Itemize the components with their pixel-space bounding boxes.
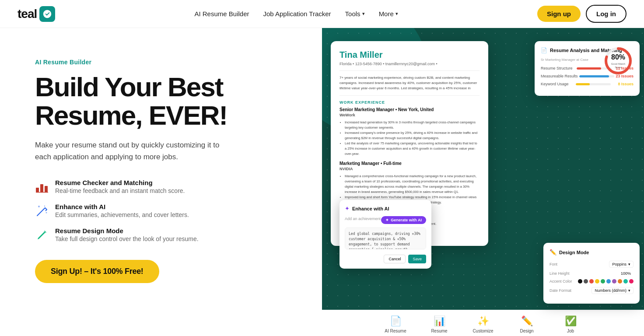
svg-rect-0	[36, 188, 39, 192]
enhance-label: Add an achievement	[345, 217, 381, 221]
bar-bg-3	[576, 83, 611, 85]
chevron-down-icon: ▾	[396, 11, 398, 17]
company-1: WeWork	[340, 113, 480, 117]
logo-icon	[39, 6, 55, 22]
role-label: Sr Marketing Manager at Case	[541, 58, 602, 62]
tab-ai-resume[interactable]: 📄 AI Resume	[374, 310, 417, 336]
enhance-header: ✦ Enhance with AI	[345, 205, 426, 212]
checkbox-icon: ✅	[565, 315, 577, 327]
design-mode-card: ✏️ Design Mode Font Poppins ▾ Line Heigh…	[543, 243, 640, 304]
svg-text:80%: 80%	[611, 53, 625, 61]
resume-name: Tina Miller	[340, 50, 480, 60]
feature-text-design: Resume Design Mode Take full design cont…	[55, 227, 199, 242]
color-dot-red[interactable]	[589, 279, 594, 284]
design-row-dateformat: Date Format Numbers (dd/mm) ▾	[550, 287, 634, 294]
enhance-actions: Cancel Save	[345, 255, 426, 263]
feature-item-checker: Resume Checker and Matching Real-time fe…	[35, 179, 296, 194]
job-title-2: Marketing Manager • Full-time	[340, 161, 480, 166]
tab-customize[interactable]: ✨ Customize	[461, 310, 505, 336]
svg-point-4	[38, 206, 40, 207]
work-section-label: WORK EXPERIENCE	[340, 100, 480, 105]
tab-resume[interactable]: 📊 Resume	[417, 310, 461, 336]
hero-left: AI Resume Builder Build Your Best Resume…	[0, 28, 322, 336]
color-dot-black[interactable]	[578, 279, 582, 284]
pencil-icon: ✏️	[521, 315, 533, 327]
bar-chart-icon: 📊	[434, 315, 445, 327]
hero-right: Tina Miller Florida • 123-5456-7890 • tn…	[322, 28, 644, 336]
resume-summary: 7+ years of social marketing experience,…	[340, 75, 480, 96]
bottom-tabs: 📄 AI Resume 📊 Resume ✨ Customize ✏️ Desi…	[322, 310, 644, 336]
bar-chart-icon	[35, 180, 49, 194]
enhance-card: ✦ Enhance with AI Add an achievement ✦ G…	[340, 200, 431, 269]
company-2: NVIDIA	[340, 167, 480, 171]
logo-text: teal	[18, 7, 37, 21]
enhance-title: Enhance with AI	[352, 206, 389, 211]
feature-text-checker: Resume Checker and Matching Real-time fe…	[55, 179, 185, 194]
generate-button[interactable]: ✦ Generate with AI	[381, 216, 426, 224]
nav-link-ai-resume[interactable]: AI Resume Builder	[194, 10, 249, 18]
design-row-accent: Accent Color	[550, 279, 634, 284]
hero-section: AI Resume Builder Build Your Best Resume…	[0, 28, 644, 336]
nav-link-more[interactable]: More ▾	[379, 10, 398, 18]
cta-button[interactable]: Sign Up! – It's 100% Free!	[35, 260, 159, 283]
bar-fill-3	[576, 83, 590, 85]
hero-label: AI Resume Builder	[35, 59, 296, 66]
color-dot-yellow[interactable]	[595, 279, 599, 284]
dateformat-select[interactable]: Numbers (dd/mm) ▾	[592, 287, 634, 294]
color-picker[interactable]	[578, 279, 634, 284]
logo[interactable]: teal	[18, 6, 55, 22]
enhance-textarea[interactable]: Led global campaigns, driving +30% custo…	[345, 228, 426, 249]
color-dot-blue[interactable]	[606, 279, 611, 284]
chevron-down-icon: ▾	[628, 262, 630, 266]
svg-rect-1	[40, 184, 43, 192]
analysis-row-3: Keyword Usage 8 Issues	[541, 82, 634, 86]
sparkle-icon: ✨	[477, 315, 489, 327]
nav-actions: Sign up Log in	[537, 5, 626, 23]
score-ring-svg: 80% Good Match Score	[603, 46, 634, 76]
svg-point-5	[46, 212, 47, 213]
logo-svg	[42, 9, 52, 19]
tab-design[interactable]: ✏️ Design	[505, 310, 549, 336]
navbar: teal AI Resume Builder Job Application T…	[0, 0, 644, 28]
svg-point-6	[44, 206, 45, 206]
feature-item-ai: Enhance with AI Edit summaries, achievem…	[35, 203, 296, 218]
design-header: ✏️ Design Mode	[550, 249, 634, 256]
hero-subtitle: Make your resume stand out by quickly cu…	[35, 139, 223, 163]
cancel-button[interactable]: Cancel	[384, 255, 406, 263]
feature-item-design: Resume Design Mode Take full design cont…	[35, 227, 296, 242]
color-dot-pink[interactable]	[629, 279, 634, 284]
line-height-slider[interactable]: 100%	[621, 271, 634, 276]
color-dot-green[interactable]	[601, 279, 605, 284]
color-dot-teal[interactable]	[623, 279, 628, 284]
signup-button[interactable]: Sign up	[537, 6, 581, 22]
feature-text-ai: Enhance with AI Edit summaries, achievem…	[55, 203, 189, 218]
color-dot-gray[interactable]	[584, 279, 588, 284]
svg-text:Score: Score	[615, 66, 622, 69]
tab-job[interactable]: ✅ Job	[549, 310, 592, 336]
bar-fill-1	[577, 67, 601, 70]
nav-link-job-tracker[interactable]: Job Application Tracker	[263, 10, 331, 18]
wand-icon	[35, 204, 49, 218]
hero-title: Build Your Best Resume, EVER!	[35, 73, 296, 130]
job-title-1: Senior Marketing Manager • New York, Uni…	[340, 107, 480, 112]
nav-links: AI Resume Builder Job Application Tracke…	[194, 10, 398, 18]
analysis-card: 📄 Resume Analysis and Matching 80% Good …	[535, 41, 640, 96]
font-select[interactable]: Poppins ▾	[609, 261, 634, 268]
login-button[interactable]: Log in	[586, 5, 626, 23]
design-row-font: Font Poppins ▾	[550, 261, 634, 268]
svg-text:Good Match: Good Match	[611, 63, 626, 65]
sparkle-icon: ✦	[345, 205, 350, 212]
chevron-down-icon: ▾	[362, 11, 365, 17]
color-dot-purple[interactable]	[612, 279, 616, 284]
job-bullets-1: Increased lead generation by 30% in 3 mo…	[340, 120, 480, 157]
resume-contact: Florida • 123-5456-7890 • tnamillernnyc2…	[340, 62, 480, 71]
color-dot-orange[interactable]	[618, 279, 622, 284]
feature-list: Resume Checker and Matching Real-time fe…	[35, 179, 296, 242]
design-row-lineheight: Line Height 100%	[550, 271, 634, 276]
document-icon: 📄	[541, 47, 547, 53]
design-title: Design Mode	[559, 250, 589, 255]
chevron-down-icon: ▾	[628, 288, 630, 293]
save-button[interactable]: Save	[408, 255, 426, 263]
nav-link-tools[interactable]: Tools ▾	[345, 10, 365, 18]
document-icon: 📄	[390, 315, 402, 327]
